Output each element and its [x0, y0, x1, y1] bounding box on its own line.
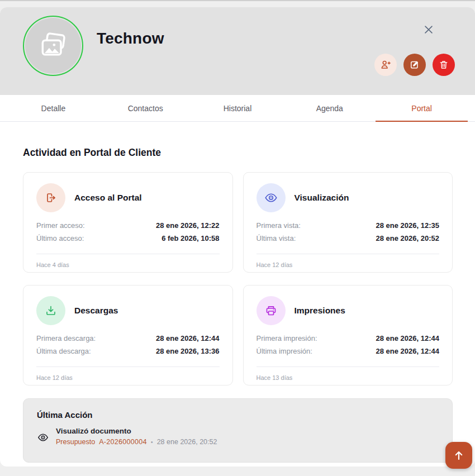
row-label: Último acceso:	[36, 234, 84, 242]
row-value: 28 ene 2026, 12:44	[376, 334, 439, 342]
row-value: 28 ene 2026, 12:44	[156, 334, 219, 342]
card-row: Primera descarga: 28 ene 2026, 12:44	[36, 334, 220, 347]
card-rows: Primera impresión: 28 ene 2026, 12:44 Úl…	[256, 334, 440, 360]
card-divider	[256, 254, 440, 254]
card-row: Primer acceso: 28 ene 2026, 12:22	[36, 221, 220, 234]
download-icon	[36, 296, 65, 325]
last-action-details: Visualizó documento Presupuesto A-202600…	[56, 427, 217, 446]
printer-icon	[256, 296, 286, 325]
page-title: Technow	[97, 30, 164, 47]
row-label: Última impresión:	[256, 347, 312, 355]
doc-reference-link[interactable]: A-2026000004	[99, 438, 147, 446]
scroll-to-top-button[interactable]	[445, 442, 472, 469]
last-action-doc-line: Presupuesto A-2026000004 • 28 ene 2026, …	[56, 438, 217, 446]
card-footer: Hace 12 días	[256, 261, 440, 268]
edit-button[interactable]	[403, 54, 426, 76]
eye-icon	[37, 431, 49, 444]
row-value: 6 feb 2026, 10:58	[162, 234, 219, 242]
row-value: 28 ene 2026, 12:44	[376, 347, 439, 355]
last-action-panel: Última Acción Visualizó documento Presup…	[23, 398, 453, 463]
modal-header: Technow	[0, 7, 475, 95]
card-title: Visualización	[294, 193, 349, 203]
card-impresiones: Impresiones Primera impresión: 28 ene 20…	[243, 285, 453, 385]
row-label: Primera impresión:	[256, 334, 317, 342]
last-action-title: Última Acción	[37, 410, 439, 420]
arrow-up-icon	[452, 449, 466, 462]
tab-portal[interactable]: Portal	[376, 95, 468, 121]
card-title: Descargas	[74, 306, 118, 316]
card-footer: Hace 4 días	[36, 261, 220, 268]
card-acceso-portal: Acceso al Portal Primer acceso: 28 ene 2…	[23, 172, 233, 273]
card-divider	[36, 254, 220, 254]
last-action-row: Visualizó documento Presupuesto A-202600…	[37, 427, 439, 446]
section-title: Actividad en Portal de Cliente	[23, 147, 453, 159]
card-descargas: Descargas Primera descarga: 28 ene 2026,…	[23, 285, 233, 385]
avatar[interactable]	[23, 16, 83, 76]
portal-activity-content: Actividad en Portal de Cliente Acceso al…	[0, 147, 475, 463]
header-actions	[374, 54, 455, 76]
row-label: Primera vista:	[256, 221, 301, 230]
client-detail-modal: Technow	[0, 7, 475, 467]
card-header: Visualización	[256, 183, 440, 212]
card-header: Descargas	[36, 296, 220, 325]
tab-contactos[interactable]: Contactos	[99, 95, 192, 121]
row-label: Primer acceso:	[36, 221, 85, 230]
row-value: 28 ene 2026, 12:22	[156, 221, 219, 230]
login-icon	[36, 183, 65, 212]
avatar-placeholder	[25, 18, 81, 74]
card-row: Primera impresión: 28 ene 2026, 12:44	[256, 334, 440, 347]
eye-icon	[256, 183, 286, 212]
edit-icon	[409, 59, 420, 70]
last-action-description: Visualizó documento	[56, 427, 217, 435]
tab-historial[interactable]: Historial	[192, 95, 284, 121]
card-footer: Hace 13 días	[256, 374, 440, 381]
card-divider	[256, 366, 440, 367]
row-label: Última descarga:	[36, 347, 91, 355]
card-header: Impresiones	[256, 296, 440, 325]
card-rows: Primera descarga: 28 ene 2026, 12:44 Últ…	[36, 334, 220, 360]
delete-button[interactable]	[433, 54, 455, 76]
row-label: Última vista:	[256, 234, 296, 242]
card-row: Última impresión: 28 ene 2026, 12:44	[256, 347, 440, 360]
card-row: Última vista: 28 ene 2026, 20:52	[256, 234, 440, 247]
close-icon[interactable]	[417, 18, 440, 41]
page-top-divider	[0, 0, 475, 1]
card-row: Primera vista: 28 ene 2026, 12:35	[256, 221, 440, 234]
client-portal-page: Technow	[0, 0, 475, 476]
add-contact-button[interactable]	[374, 54, 397, 76]
photo-icon	[37, 30, 69, 61]
row-value: 28 ene 2026, 13:36	[156, 347, 219, 355]
trash-icon	[438, 59, 449, 70]
tab-bar: Detalle Contactos Historial Agenda Porta…	[0, 95, 475, 122]
activity-cards-grid: Acceso al Portal Primer acceso: 28 ene 2…	[23, 172, 453, 385]
tab-agenda[interactable]: Agenda	[283, 95, 376, 121]
card-visualizacion: Visualización Primera vista: 28 ene 2026…	[243, 172, 453, 273]
card-row: Última descarga: 28 ene 2026, 13:36	[36, 347, 220, 360]
card-title: Impresiones	[294, 306, 345, 316]
card-row: Último acceso: 6 feb 2026, 10:58	[36, 234, 220, 247]
card-divider	[36, 366, 220, 367]
row-label: Primera descarga:	[36, 334, 96, 342]
card-title: Acceso al Portal	[74, 193, 142, 203]
card-footer: Hace 12 días	[36, 374, 220, 381]
row-value: 28 ene 2026, 12:35	[376, 221, 439, 230]
card-header: Acceso al Portal	[36, 183, 220, 212]
separator-dot: •	[151, 439, 153, 445]
card-rows: Primera vista: 28 ene 2026, 12:35 Última…	[256, 221, 440, 247]
person-add-icon	[379, 59, 392, 71]
tab-detalle[interactable]: Detalle	[7, 95, 99, 121]
last-action-timestamp: 28 ene 2026, 20:52	[157, 438, 217, 446]
card-rows: Primer acceso: 28 ene 2026, 12:22 Último…	[36, 221, 220, 247]
doc-type: Presupuesto	[56, 438, 95, 446]
row-value: 28 ene 2026, 20:52	[376, 234, 439, 242]
